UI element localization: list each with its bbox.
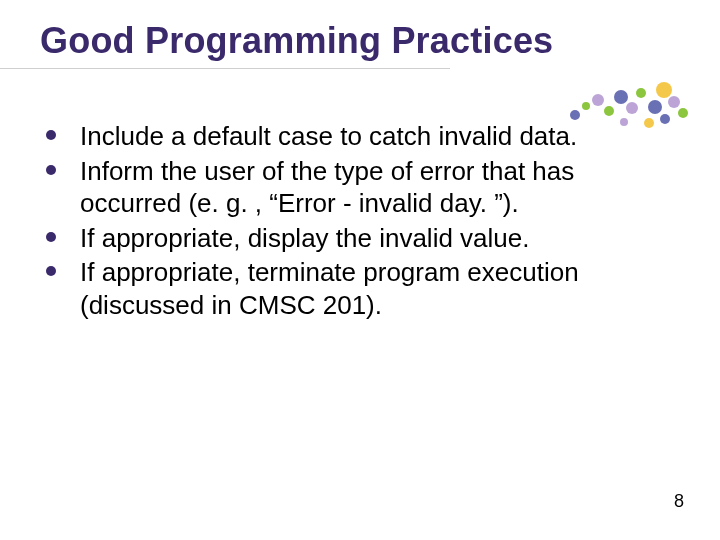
bullet-item: If appropriate, terminate program execut… (44, 256, 664, 321)
slide-body: Include a default case to catch invalid … (44, 120, 664, 323)
deco-dot (582, 102, 590, 110)
deco-dot (604, 106, 614, 116)
slide-title: Good Programming Practices (40, 20, 553, 62)
deco-dot (592, 94, 604, 106)
page-number: 8 (674, 491, 684, 512)
title-underline (0, 68, 450, 69)
bullet-item: If appropriate, display the invalid valu… (44, 222, 664, 255)
deco-dot (668, 96, 680, 108)
deco-dot (570, 110, 580, 120)
bullet-item: Include a default case to catch invalid … (44, 120, 664, 153)
deco-dot (656, 82, 672, 98)
deco-dot (636, 88, 646, 98)
bullet-list: Include a default case to catch invalid … (44, 120, 664, 321)
deco-dot (678, 108, 688, 118)
deco-dot (626, 102, 638, 114)
deco-dot (614, 90, 628, 104)
deco-dot (648, 100, 662, 114)
bullet-item: Inform the user of the type of error tha… (44, 155, 664, 220)
